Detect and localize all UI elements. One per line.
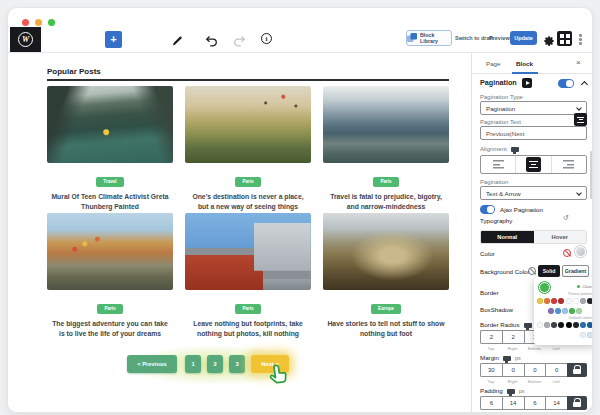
tab-normal[interactable]: Normal (481, 231, 534, 243)
padding-top-input[interactable]: 6 (480, 396, 502, 410)
palette-color[interactable] (580, 298, 586, 304)
palette-color[interactable] (537, 322, 543, 328)
post-title[interactable]: The biggest adventure you can take is to… (47, 319, 173, 339)
responsive-monitor-icon[interactable] (511, 147, 519, 153)
plugin-blocks-icon[interactable] (557, 31, 572, 46)
more-options-icon[interactable] (579, 34, 582, 37)
collapse-panel-chevron-icon[interactable] (581, 81, 588, 88)
palette-color[interactable] (558, 298, 564, 304)
link-values-lock-button[interactable] (567, 363, 587, 377)
palette-color[interactable] (544, 322, 550, 328)
border-radius-right-input[interactable]: 2 (502, 330, 524, 344)
palette-color[interactable] (587, 298, 593, 304)
settings-gear-icon[interactable] (543, 33, 555, 51)
responsive-monitor-icon[interactable] (524, 323, 532, 329)
padding-left-input[interactable]: 14 (545, 396, 567, 410)
margin-right-input[interactable]: 0 (502, 363, 524, 377)
palette-color[interactable] (562, 308, 568, 314)
palette-color[interactable] (580, 332, 586, 338)
palette-color[interactable] (587, 332, 593, 338)
palette-color[interactable] (566, 298, 572, 304)
clear-color-icon[interactable] (563, 249, 571, 257)
pagination-enable-toggle[interactable] (558, 79, 574, 88)
post-title[interactable]: Mural Of Teen Climate Activist Greta Thu… (47, 192, 173, 212)
palette-color[interactable] (548, 308, 554, 314)
color-swatch-button[interactable] (575, 246, 586, 257)
post-thumbnail[interactable] (185, 86, 311, 163)
undo-icon[interactable] (205, 33, 218, 51)
post-category-badge[interactable]: Europe (371, 304, 401, 314)
details-info-icon[interactable]: i (261, 33, 272, 44)
redo-icon[interactable] (233, 33, 246, 51)
palette-color[interactable] (558, 322, 564, 328)
palette-color[interactable] (576, 308, 582, 314)
gradient-tab[interactable]: Gradient (562, 265, 589, 277)
post-thumbnail[interactable] (185, 213, 311, 290)
add-block-button[interactable]: + (105, 31, 122, 48)
align-center-button[interactable] (516, 156, 551, 173)
edit-pencil-icon[interactable] (171, 33, 183, 51)
post-thumbnail[interactable] (47, 213, 173, 290)
window-close-button[interactable] (22, 19, 29, 26)
post-thumbnail[interactable] (323, 213, 449, 290)
post-thumbnail[interactable] (323, 86, 449, 163)
margin-bottom-input[interactable]: 0 (524, 363, 546, 377)
pagination-page-3-button[interactable]: 3 (229, 355, 245, 373)
post-category-badge[interactable]: Paris (235, 177, 260, 187)
tab-page[interactable]: Page (486, 60, 500, 67)
responsive-monitor-icon[interactable] (507, 389, 515, 395)
wordpress-logo[interactable]: W (10, 27, 41, 52)
palette-color[interactable] (587, 322, 593, 328)
preview-button[interactable]: Preview (489, 35, 510, 41)
pagination-text-input[interactable] (480, 126, 587, 140)
selected-color-swatch[interactable] (539, 282, 550, 293)
block-library-button[interactable]: Block Library (406, 30, 452, 46)
pagination-page-1-button[interactable]: 1 (185, 355, 201, 373)
margin-left-input[interactable]: 0 (545, 363, 567, 377)
post-category-badge[interactable]: Travel (96, 177, 123, 187)
close-sidebar-icon[interactable]: × (576, 58, 581, 67)
padding-right-input[interactable]: 14 (502, 396, 524, 410)
post-category-badge[interactable]: Paris (97, 304, 122, 314)
reset-typography-icon[interactable]: ↺ (563, 214, 569, 222)
pagination-type-select[interactable]: Pagination (480, 101, 587, 115)
sidebar-scrollbar-thumb[interactable] (590, 151, 594, 199)
responsive-monitor-icon[interactable] (503, 356, 511, 362)
switch-to-draft-button[interactable]: Switch to draft (455, 35, 493, 41)
post-title[interactable]: Travel is fatal to prejudice, bigotry, a… (323, 192, 449, 212)
pagination-previous-button[interactable]: < Previous (127, 355, 177, 373)
palette-color[interactable] (573, 298, 579, 304)
video-help-icon[interactable] (522, 78, 532, 88)
post-title[interactable]: Leave nothing but footprints, take nothi… (185, 319, 311, 339)
window-zoom-button[interactable] (48, 19, 55, 26)
palette-color[interactable] (551, 322, 557, 328)
palette-color[interactable] (569, 308, 575, 314)
margin-top-input[interactable]: 30 (480, 363, 502, 377)
palette-color[interactable] (555, 308, 561, 314)
clear-background-color-icon[interactable] (528, 267, 536, 275)
window-minimize-button[interactable] (35, 19, 42, 26)
align-left-button[interactable] (481, 156, 516, 173)
palette-color[interactable] (580, 322, 586, 328)
post-category-badge[interactable]: Paris (373, 177, 398, 187)
palette-color[interactable] (566, 322, 572, 328)
post-title[interactable]: Have stories to tell not stuff to show n… (323, 319, 449, 339)
palette-color[interactable] (573, 322, 579, 328)
clear-color-action[interactable]: Clear (577, 284, 592, 289)
pagination-page-2-button[interactable]: 2 (207, 355, 223, 373)
tab-block[interactable]: Block (516, 60, 533, 67)
typography-settings-button[interactable] (574, 113, 587, 126)
tab-hover[interactable]: Hover (534, 231, 587, 243)
update-button[interactable]: Update (510, 31, 537, 45)
post-title[interactable]: One's destination is never a place, but … (185, 192, 311, 212)
palette-color[interactable] (537, 298, 543, 304)
pagination-style-select[interactable]: Text & Arrow (480, 186, 587, 200)
padding-bottom-input[interactable]: 6 (524, 396, 546, 410)
palette-color[interactable] (551, 298, 557, 304)
link-values-lock-button[interactable] (567, 396, 587, 410)
palette-color[interactable] (544, 298, 550, 304)
post-category-badge[interactable]: Paris (235, 304, 260, 314)
solid-tab[interactable]: Solid (538, 265, 560, 277)
ajax-pagination-toggle[interactable] (480, 205, 495, 214)
border-radius-top-input[interactable]: 2 (480, 330, 502, 344)
